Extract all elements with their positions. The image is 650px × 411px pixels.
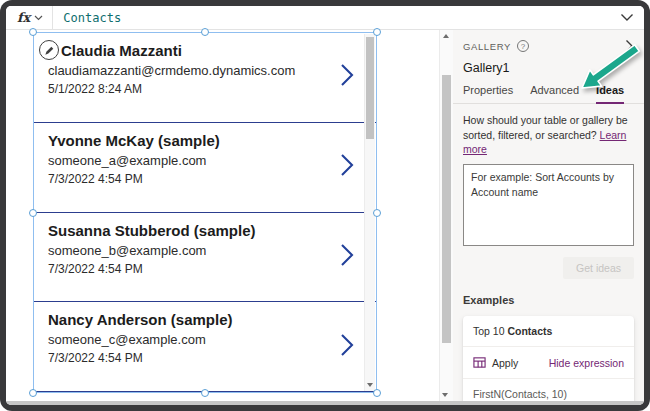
example-title: Top 10 Contacts bbox=[463, 316, 634, 346]
canvas: Claudia Mazzanti claudiamazzanti@crmdemo… bbox=[6, 30, 439, 401]
apply-table-icon bbox=[473, 356, 486, 369]
control-type-label: GALLERY bbox=[463, 41, 511, 52]
edit-pencil-icon[interactable] bbox=[39, 40, 59, 60]
panel-header: GALLERY ? bbox=[463, 39, 634, 53]
selection-handle[interactable] bbox=[29, 209, 37, 217]
contact-name: Claudia Mazzanti bbox=[48, 42, 336, 59]
examples-heading: Examples bbox=[463, 294, 634, 306]
chevron-down-icon bbox=[34, 15, 43, 21]
selection-handle[interactable] bbox=[373, 209, 381, 217]
chevron-down-icon bbox=[620, 13, 634, 22]
contact-date: 7/3/2022 4:54 PM bbox=[48, 172, 336, 186]
selection-handle[interactable] bbox=[373, 28, 381, 36]
gallery-scrollbar-thumb[interactable] bbox=[366, 37, 374, 139]
gallery-item[interactable]: Yvonne McKay (sample) someone_a@example.… bbox=[34, 123, 376, 213]
contact-name: Yvonne McKay (sample) bbox=[48, 132, 336, 149]
contact-email: someone_b@example.com bbox=[48, 243, 336, 258]
chevron-right-icon bbox=[625, 39, 634, 53]
contact-date: 7/3/2022 4:54 PM bbox=[48, 351, 336, 365]
chevron-right-icon[interactable] bbox=[340, 333, 354, 361]
window-bottom-edge bbox=[6, 401, 644, 405]
screenshot-border: fx Contacts bbox=[0, 0, 650, 411]
properties-panel: GALLERY ? Gallery1 Properties Advanced I… bbox=[453, 30, 644, 401]
app-window: fx Contacts bbox=[6, 6, 644, 405]
ideas-input[interactable]: For example: Sort Accounts by Account na… bbox=[463, 164, 634, 246]
example-title-prefix: Top 10 bbox=[473, 325, 507, 337]
panel-tabs: Properties Advanced Ideas bbox=[453, 84, 644, 104]
get-ideas-row: Get ideas bbox=[463, 257, 634, 279]
control-name: Gallery1 bbox=[463, 61, 634, 75]
selection-handle[interactable] bbox=[373, 389, 381, 397]
selection-handle[interactable] bbox=[29, 389, 37, 397]
help-icon[interactable]: ? bbox=[517, 40, 529, 52]
gallery-control[interactable]: Claudia Mazzanti claudiamazzanti@crmdemo… bbox=[33, 32, 377, 393]
contact-date: 7/3/2022 4:54 PM bbox=[48, 262, 336, 276]
scroll-down-icon[interactable] bbox=[367, 383, 373, 387]
hide-expression-link[interactable]: Hide expression bbox=[549, 357, 624, 369]
panel-scrollbar-thumb[interactable] bbox=[442, 75, 451, 343]
get-ideas-button[interactable]: Get ideas bbox=[563, 257, 634, 279]
formula-bar: fx Contacts bbox=[6, 6, 644, 30]
panel-expand-button[interactable] bbox=[625, 39, 634, 53]
tab-properties[interactable]: Properties bbox=[463, 84, 513, 103]
selection-handle[interactable] bbox=[201, 389, 209, 397]
contact-email: someone_c@example.com bbox=[48, 332, 336, 347]
gallery-item[interactable]: Susanna Stubberod (sample) someone_b@exa… bbox=[34, 213, 376, 303]
tab-ideas[interactable]: Ideas bbox=[596, 84, 624, 104]
chevron-right-icon[interactable] bbox=[340, 243, 354, 271]
chevron-right-icon[interactable] bbox=[340, 153, 354, 181]
panel-scrollbar[interactable] bbox=[439, 30, 453, 401]
gallery-item[interactable]: Nancy Anderson (sample) someone_c@exampl… bbox=[34, 302, 376, 392]
contact-email: someone_a@example.com bbox=[48, 153, 336, 168]
contact-name: Susanna Stubberod (sample) bbox=[48, 222, 336, 239]
tab-advanced[interactable]: Advanced bbox=[530, 84, 579, 103]
expression-text: FirstN(Contacts, 10) bbox=[463, 378, 634, 401]
scroll-down-icon[interactable] bbox=[442, 393, 448, 397]
chevron-right-icon[interactable] bbox=[340, 63, 354, 91]
gallery-item[interactable]: Claudia Mazzanti claudiamazzanti@crmdemo… bbox=[34, 33, 376, 123]
formula-input[interactable]: Contacts bbox=[53, 11, 610, 25]
contact-name: Nancy Anderson (sample) bbox=[48, 311, 336, 328]
fx-icon: fx bbox=[17, 10, 30, 25]
example-title-entity: Contacts bbox=[507, 325, 552, 337]
selection-handle[interactable] bbox=[29, 28, 37, 36]
apply-row: Apply Hide expression bbox=[463, 346, 634, 378]
formula-expand-button[interactable] bbox=[610, 13, 644, 22]
ideas-question: How should your table or gallery be sort… bbox=[463, 113, 634, 157]
apply-button[interactable]: Apply bbox=[492, 357, 518, 369]
scroll-up-icon[interactable] bbox=[443, 34, 449, 38]
contact-date: 5/1/2022 8:24 AM bbox=[48, 82, 336, 96]
example-card: Top 10 Contacts Apply Hide expression Fi… bbox=[463, 316, 634, 401]
contact-email: claudiamazzanti@crmdemo.dynamics.com bbox=[48, 63, 336, 78]
fx-dropdown[interactable]: fx bbox=[6, 6, 53, 29]
selection-handle[interactable] bbox=[201, 28, 209, 36]
